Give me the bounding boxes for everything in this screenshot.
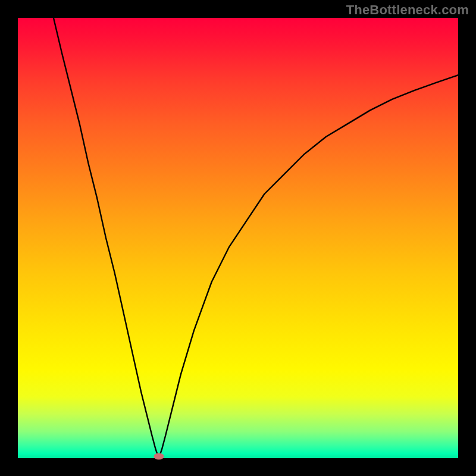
- bottleneck-curve: [54, 18, 458, 458]
- curve-svg: [18, 18, 458, 458]
- chart-frame: TheBottleneck.com: [0, 0, 476, 476]
- plot-area: [18, 18, 458, 458]
- watermark-text: TheBottleneck.com: [346, 2, 469, 18]
- minimum-marker: [154, 453, 164, 460]
